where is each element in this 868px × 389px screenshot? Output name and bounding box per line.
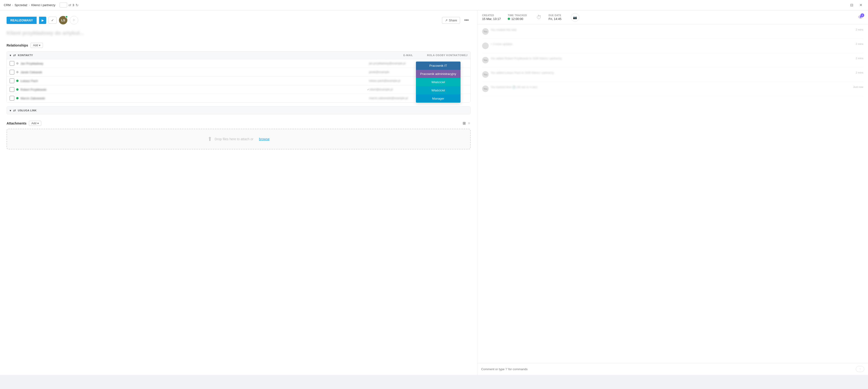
add-relationship-button[interactable]: Add ▾ (31, 43, 43, 48)
drop-zone[interactable]: ⬆ Drop files here to attach or browse (7, 129, 471, 149)
more-button[interactable]: ••• (462, 17, 471, 24)
activity-time-5: Just now (853, 86, 863, 88)
activity-text-2: + 3 more updates (491, 42, 854, 46)
share-button[interactable]: ↗ Share (442, 17, 460, 24)
status-button[interactable]: REALIZOWANY (7, 17, 37, 24)
flag-button[interactable]: ⚐ (70, 16, 78, 24)
add-label: Add (33, 44, 38, 47)
time-running-dot (508, 18, 510, 20)
grid-view-button[interactable]: ⊞ (462, 120, 466, 126)
activity-time-2: 2 mins (856, 42, 863, 45)
upload-icon: ⬆ (208, 136, 212, 142)
contact-checkbox-1[interactable] (10, 61, 14, 66)
relationships-title: Relationships (7, 43, 28, 47)
created-value: 15 Mar, 13:17 (482, 17, 501, 21)
contact-row-4: Robert Przykłowski ✓ robert@example.pl (7, 85, 470, 94)
collapse-icon[interactable]: ▾ (10, 54, 11, 57)
contact-email-2: janek@example (369, 70, 416, 74)
action-bar: REALIZOWANY ▶ ✓ LS ⚐ ↗ Share ••• (7, 16, 471, 24)
comment-input[interactable] (481, 367, 854, 371)
refresh-icon[interactable]: ↻ (75, 3, 79, 7)
status-dot-1 (16, 62, 19, 65)
contact-row-5: Marcin Zaboewski marcin.zaboewski@exampl… (7, 94, 470, 102)
breadcrumb: CRM › Sprzedaż › Klienci i partnerzy (4, 3, 55, 7)
contact-name-5: Marcin Zaboewski (21, 96, 369, 100)
add-attachment-button[interactable]: Add ▾ (29, 121, 41, 126)
comment-bar: ↑ (477, 363, 868, 375)
activity-avatar-4: You (482, 71, 489, 78)
role-option-admin[interactable]: Pracownik administracyjny (416, 70, 461, 78)
activity-avatar-3: You (482, 57, 489, 63)
role-option-manager[interactable]: Manager (416, 94, 461, 103)
share-icon: ↗ (445, 19, 447, 22)
contacts-table: ▾ ⇄ Kontakty E-MAIL ROLA OSOBY KONTAKTOW… (7, 51, 471, 103)
avatar[interactable]: LS (59, 16, 67, 24)
status-dot-2 (16, 71, 19, 73)
contact-name-4: Robert Przykłowski (21, 88, 366, 91)
activity-feed: You You created this task 2 mins + 3 mor… (477, 24, 868, 363)
add-attach-label: Add (31, 122, 36, 125)
activity-text-1: You created this task (491, 28, 854, 31)
activity-time-1: 2 mins (856, 28, 863, 31)
check-button[interactable]: ✓ (49, 17, 57, 24)
avatar-initials: LS (61, 19, 65, 22)
page-of-text: of (68, 3, 71, 7)
contact-email-1: jan.przykładowy@example.pl (369, 62, 416, 65)
timetracked-block: TIME TRACKED 12:00:00 (508, 14, 527, 21)
activity-text-3: You added Robert Przykłowski to SGR Klie… (491, 57, 854, 60)
video-call-button[interactable]: 📷 (571, 13, 579, 22)
send-button[interactable]: ↑ (856, 366, 864, 372)
contact-row-1: Jan Przykładowy jan.przykładowy@example.… (7, 59, 470, 68)
watchers-button[interactable]: 👁 1 (858, 14, 863, 21)
role-option-owner2[interactable]: Właściciel (416, 86, 461, 94)
relationships-header: Relationships Add ▾ (7, 43, 471, 48)
left-panel: REALIZOWANY ▶ ✓ LS ⚐ ↗ Share ••• Klient … (0, 10, 477, 375)
col-email-header: E-MAIL (403, 54, 413, 57)
activity-item-2: + 3 more updates 2 mins (482, 42, 863, 53)
usługa-link-header: ▾ ⇄ USŁUGA LINK (7, 107, 470, 114)
timer-icon[interactable]: ⏱ (536, 14, 541, 21)
attachments-header: Attachments Add ▾ ⊞ ≡ (7, 120, 471, 126)
page-input[interactable]: 3 (60, 3, 67, 7)
timetracked-value: 12:00:00 (511, 17, 523, 21)
crumb-crm[interactable]: CRM (4, 3, 11, 7)
usluга-link-icon: ⇄ (13, 109, 16, 112)
top-bar-controls: ⊟ ✕ (848, 2, 864, 8)
contact-email-4: robert@example.pl (369, 88, 416, 91)
attachments-section: Attachments Add ▾ ⊞ ≡ ⬆ Drop files here … (7, 120, 471, 149)
list-view-button[interactable]: ≡ (468, 120, 471, 126)
close-button[interactable]: ✕ (858, 2, 864, 8)
crumb-sprzedaz[interactable]: Sprzedaż (14, 3, 28, 7)
usluга-collapse-icon[interactable]: ▾ (10, 109, 11, 112)
duedate-value: Fri, 14:45 (549, 17, 561, 21)
contact-email-3: lukasz.pach@example.pl (369, 79, 416, 83)
avatar-online-badge (65, 16, 68, 18)
verified-icon: ✓ (367, 88, 369, 91)
attachments-title: Attachments (7, 121, 27, 125)
usługa-link-group: ▾ ⇄ USŁUGA LINK (7, 107, 471, 114)
contact-checkbox-2[interactable] (10, 70, 14, 74)
role-option-it[interactable]: Pracownik IT (416, 62, 461, 70)
contact-checkbox-5[interactable] (10, 96, 14, 100)
role-option-owner1[interactable]: Właściciel (416, 78, 461, 86)
activity-avatar-1: You (482, 28, 489, 35)
contact-row-2: Janek Ciekanek janek@example (7, 68, 470, 77)
activity-item-3: You You added Robert Przykłowski to SGR … (482, 57, 863, 67)
page-total: 3 (72, 3, 74, 7)
page-title: Klient przykładowy do artykuł... (7, 30, 471, 36)
created-block: CREATED 15 Mar, 13:17 (482, 14, 501, 21)
browse-link[interactable]: browse (259, 137, 270, 141)
minimize-button[interactable]: ⊟ (848, 2, 855, 8)
contact-checkbox-3[interactable] (10, 79, 14, 83)
contact-checkbox-4[interactable] (10, 87, 14, 92)
contact-name-2: Janek Ciekanek (21, 70, 369, 74)
status-dot-3 (16, 80, 19, 82)
drop-text: Drop files here to attach or (215, 137, 253, 141)
right-header: CREATED 15 Mar, 13:17 TIME TRACKED 12:00… (477, 10, 868, 24)
created-label: CREATED (482, 14, 501, 17)
status-arrow-button[interactable]: ▶ (39, 17, 46, 24)
status-label: REALIZOWANY (10, 19, 33, 22)
main-layout: REALIZOWANY ▶ ✓ LS ⚐ ↗ Share ••• Klient … (0, 10, 868, 375)
crumb-klienci[interactable]: Klienci i partnerzy (31, 3, 55, 7)
activity-avatar-2 (482, 42, 489, 49)
